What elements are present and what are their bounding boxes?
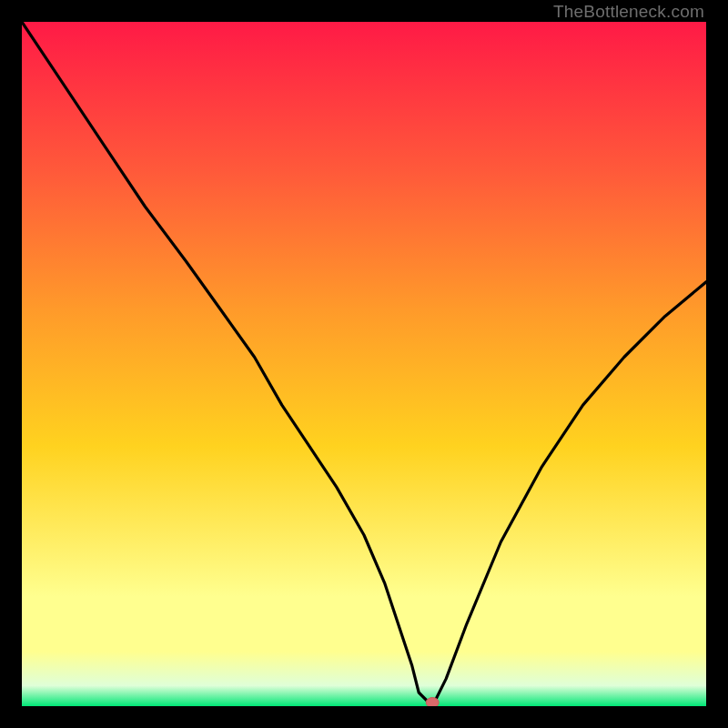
plot-area xyxy=(22,22,706,706)
gradient-background xyxy=(22,22,706,706)
chart-frame: TheBottleneck.com xyxy=(0,0,728,728)
optimal-point-marker xyxy=(426,698,439,707)
watermark-text: TheBottleneck.com xyxy=(553,2,704,22)
chart-svg xyxy=(22,22,706,706)
